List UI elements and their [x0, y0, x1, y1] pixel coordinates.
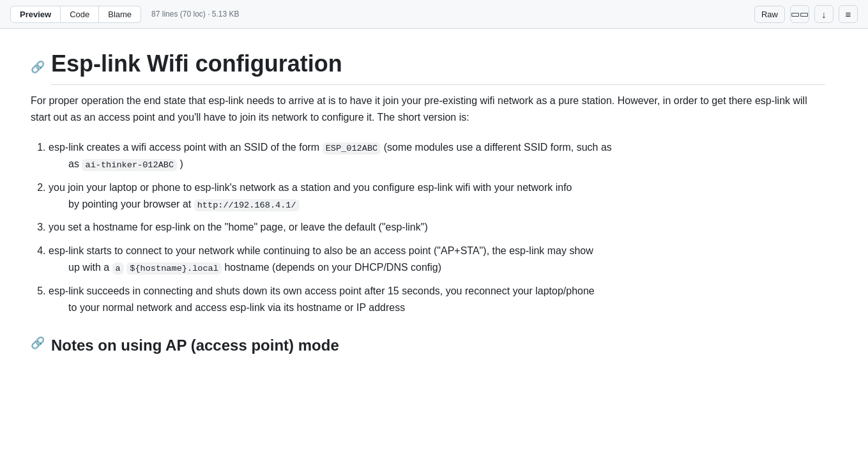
tab-group: Preview Code Blame — [10, 6, 141, 23]
toolbar-right: Raw ▭▭ ↓ ≡ — [754, 5, 858, 23]
main-list: esp-link creates a wifi access point wit… — [31, 139, 825, 317]
title-wrapper: 🔗 Esp-link Wifi configuration — [31, 49, 825, 85]
list-item-text: esp-link creates a wifi access point wit… — [49, 142, 323, 153]
copy-button[interactable]: ▭▭ — [790, 5, 809, 23]
list-item: you set a hostname for esp-link on the "… — [49, 219, 825, 236]
list-item-text: you join your laptop or phone to esp-lin… — [49, 182, 572, 209]
copy-icon: ▭▭ — [791, 8, 809, 20]
code-hostname: ${hostname}.local — [126, 262, 222, 275]
section-heading: Notes on using AP (access point) mode — [51, 337, 339, 354]
tab-code[interactable]: Code — [61, 6, 99, 23]
raw-button[interactable]: Raw — [754, 6, 785, 23]
code-a: a — [112, 262, 124, 275]
code-url: http://192.168.4.1/ — [194, 199, 300, 211]
list-item-text: you set a hostname for esp-link on the "… — [49, 222, 428, 232]
list-icon: ≡ — [846, 9, 851, 20]
list-item: esp-link starts to connect to your netwo… — [49, 243, 825, 277]
code-esp012abc: ESP_012ABC — [323, 142, 381, 155]
section-heading-wrapper: 🔗 Notes on using AP (access point) mode — [31, 331, 825, 354]
list-item: esp-link succeeds in connecting and shut… — [49, 283, 825, 317]
tab-blame[interactable]: Blame — [99, 6, 141, 23]
list-item: esp-link creates a wifi access point wit… — [49, 139, 825, 173]
main-content: 🔗 Esp-link Wifi configuration For proper… — [0, 29, 856, 380]
download-button[interactable]: ↓ — [814, 5, 834, 23]
tab-preview[interactable]: Preview — [10, 6, 61, 23]
list-item-text: ) — [180, 158, 183, 169]
intro-paragraph: For proper operation the end state that … — [31, 93, 825, 126]
list-item: you join your laptop or phone to esp-lin… — [49, 179, 825, 213]
toolbar: Preview Code Blame 87 lines (70 loc) · 5… — [0, 0, 868, 29]
file-meta: 87 lines (70 loc) · 5.13 KB — [151, 10, 239, 19]
code-ai-thinker: ai-thinker-012ABC — [82, 159, 177, 171]
download-icon: ↓ — [821, 9, 826, 20]
list-item-text: hostname (depends on your DHCP/DNS confi… — [224, 262, 441, 273]
list-item-text: esp-link succeeds in connecting and shut… — [49, 285, 595, 313]
page-title: Esp-link Wifi configuration — [51, 49, 825, 85]
list-button[interactable]: ≡ — [839, 5, 858, 23]
section-anchor-icon[interactable]: 🔗 — [31, 336, 45, 350]
title-anchor-icon[interactable]: 🔗 — [31, 60, 45, 74]
